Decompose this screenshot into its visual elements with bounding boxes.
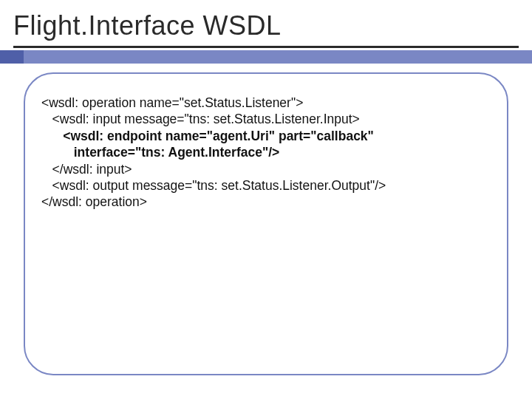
code-line-5: </wsdl: input>	[41, 162, 132, 177]
slide-title: Flight.Interface WSDL	[13, 10, 282, 41]
title-decoration-band	[0, 50, 532, 64]
code-line-2: <wsdl: input message="tns: set.Status.Li…	[41, 112, 360, 126]
title-decoration-band-accent	[0, 50, 24, 64]
code-line-6: <wsdl: output message="tns: set.Status.L…	[41, 178, 386, 193]
title-underline	[13, 46, 519, 48]
code-line-4: interface="tns: Agent.Interface"/>	[41, 145, 279, 160]
wsdl-code-block: <wsdl: operation name="set.Status.Listen…	[41, 95, 491, 211]
code-line-7: </wsdl: operation>	[41, 194, 147, 209]
code-line-3: <wsdl: endpoint name="agent.Uri" part="c…	[41, 129, 374, 143]
code-line-1: <wsdl: operation name="set.Status.Listen…	[41, 95, 303, 110]
slide: Flight.Interface WSDL <wsdl: operation n…	[0, 0, 532, 399]
content-panel: <wsdl: operation name="set.Status.Listen…	[24, 72, 508, 375]
